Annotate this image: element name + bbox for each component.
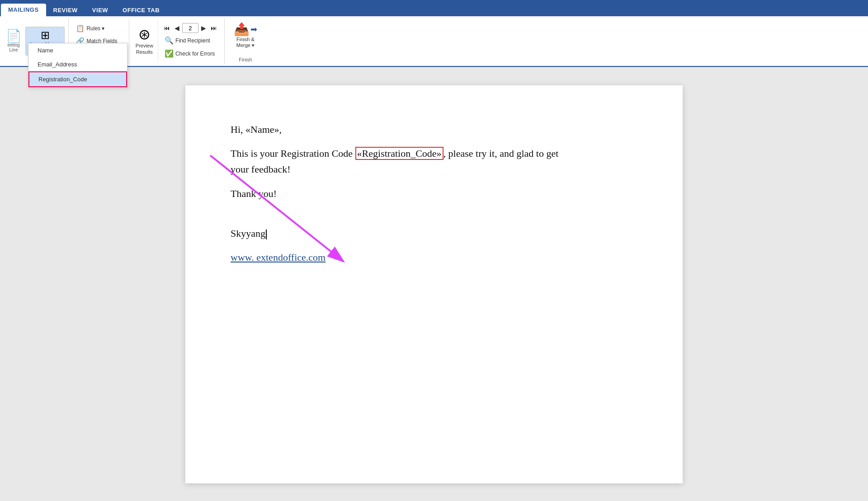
body-paragraph: This is your Registration Code «Registra… [231,145,637,177]
preview-results-group: ⊛ PreviewResults ⏮ ◀ ▶ ⏭ 🔍 Find Recipien… [129,18,225,64]
find-recipient-icon: 🔍 [165,36,174,45]
nav-next-button[interactable]: ▶ [199,23,208,33]
nav-last-button[interactable]: ⏭ [209,23,219,33]
greeting-line: Hi, «Name», [231,122,637,137]
finish-merge-label: Finish &Merge ▾ [236,37,255,48]
closing-line: Thank you! [231,186,637,201]
preview-results-button[interactable]: ⊛ PreviewResults [131,20,158,62]
preview-results-label: PreviewResults [136,42,153,56]
insert-merge-field-icon: ⊞ [41,29,50,42]
body-text-after: , please try it, and glad to get [443,148,559,159]
dropdown-item-email[interactable]: Email_Address [28,57,127,71]
nav-controls: ⏮ ◀ ▶ ⏭ [162,23,219,33]
text-cursor [266,229,267,239]
finish-merge-arrow: ➡ [250,24,257,34]
dropdown-item-name[interactable]: Name [28,43,127,57]
body-text-before: This is your Registration Code [231,148,355,159]
document-area: Hi, «Name», This is your Registration Co… [0,67,868,501]
finish-group: 📤 ➡ Finish &Merge ▾ Finish [225,18,266,64]
finish-group-label: Finish [239,55,252,62]
registration-code-field: «Registration_Code» [355,147,443,160]
nav-first-button[interactable]: ⏮ [162,23,172,33]
signature-line: Skyyang [231,225,637,241]
website-text: www. extendoffice.com [231,252,326,263]
find-recipient-button[interactable]: 🔍 Find Recipient [162,35,219,46]
nav-prev-button[interactable]: ◀ [173,23,181,33]
check-errors-label: Check for Errors [175,51,215,57]
finish-merge-icon-area: 📤 ➡ [234,22,257,37]
document-body: Hi, «Name», This is your Registration Co… [231,122,637,265]
tab-mailings[interactable]: MAILINGS [1,4,46,16]
greeting-line-icon: 📄 [6,30,22,42]
tab-bar: MAILINGS REVIEW VIEW OFFICE TAB [0,0,868,16]
rules-button[interactable]: 📋 Rules ▾ [73,23,124,34]
document-page: Hi, «Name», This is your Registration Co… [185,85,683,483]
website-line: www. extendoffice.com [231,249,637,265]
preview-results-icon: ⊛ [138,27,151,42]
check-errors-button[interactable]: ✅ Check for Errors [162,48,219,59]
tab-review[interactable]: REVIEW [46,4,85,16]
find-recipient-label: Find Recipient [175,37,210,44]
tab-office-tab[interactable]: OFFICE TAB [115,4,167,16]
rules-label: Rules ▾ [86,25,104,32]
rules-icon: 📋 [76,24,85,33]
tab-view[interactable]: VIEW [85,4,115,16]
ribbon-content: 📄 eetingLine ⊞ Insert MergeField ▾ 📋 Rul… [0,16,868,67]
finish-merge-button[interactable]: 📤 ➡ Finish &Merge ▾ [230,20,261,50]
finish-merge-icon: 📤 [234,22,250,37]
check-errors-icon: ✅ [165,49,174,58]
greeting-line-button[interactable]: 📄 eetingLine [4,30,24,52]
nav-page-input[interactable] [182,23,198,33]
body-text-cont: your feedback! [231,164,291,175]
preview-controls: ⏮ ◀ ▶ ⏭ 🔍 Find Recipient ✅ Check for Err… [158,20,222,62]
greeting-line-label: eetingLine [7,42,19,52]
dropdown-item-registration-code[interactable]: Registration_Code [28,71,127,87]
merge-field-dropdown: Name Email_Address Registration_Code [28,43,127,88]
signature-text: Skyyang [231,228,265,239]
